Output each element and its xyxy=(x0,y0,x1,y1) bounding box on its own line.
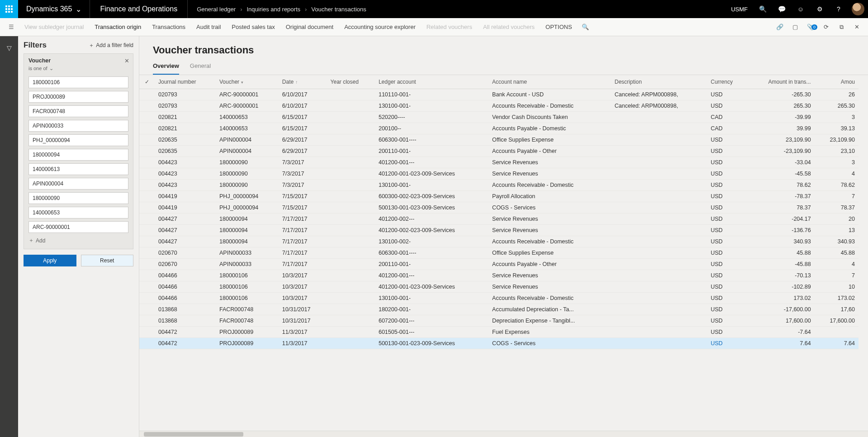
col-voucher[interactable]: Voucher xyxy=(216,75,279,89)
select-all-header[interactable]: ✓ xyxy=(139,75,155,89)
col-date[interactable]: Date xyxy=(279,75,327,89)
svg-rect-5 xyxy=(11,8,13,10)
options-button[interactable]: OPTIONS xyxy=(540,18,578,36)
svg-rect-7 xyxy=(8,11,10,13)
filter-voucher: Voucher is one of⌄ ✕ ＋ Add xyxy=(24,53,133,249)
all-related-vouchers-button[interactable]: All related vouchers xyxy=(478,18,540,36)
scrollbar-thumb[interactable] xyxy=(144,432,243,437)
transactions-button[interactable]: Transactions xyxy=(147,18,191,36)
table-row[interactable]: 0044271800000947/17/2017130100-002-Accou… xyxy=(139,236,859,247)
audit-trail-button[interactable]: Audit trail xyxy=(191,18,226,36)
table-row[interactable]: 020635APIN0000046/29/2017200110-001-Acco… xyxy=(139,146,859,157)
col-account-name[interactable]: Account name xyxy=(489,75,611,89)
topbar-right: USMF 🔍 💬 ☺ ⚙ ? xyxy=(726,0,868,18)
table-row[interactable]: 0044271800000947/17/2017401200-002-023-0… xyxy=(139,225,859,236)
posted-sales-tax-button[interactable]: Posted sales tax xyxy=(226,18,280,36)
gear-icon[interactable]: ⚙ xyxy=(810,0,829,18)
related-vouchers-button[interactable]: Related vouchers xyxy=(421,18,478,36)
filter-icon[interactable]: ▽ xyxy=(7,44,12,52)
filter-values xyxy=(28,76,128,233)
table-row[interactable]: 00446618000010610/3/2017130100-001-Accou… xyxy=(139,293,859,304)
filter-operator[interactable]: is one of⌄ xyxy=(28,66,53,71)
filters-panel: Filters ＋ Add a filter field Voucher is … xyxy=(18,36,139,437)
reset-button[interactable]: Reset xyxy=(81,255,134,266)
refresh-icon[interactable]: ⟳ xyxy=(818,24,834,30)
tab-general[interactable]: General xyxy=(190,59,211,75)
close-icon[interactable]: ✕ xyxy=(849,24,864,30)
remove-filter-icon[interactable]: ✕ xyxy=(124,57,129,64)
svg-rect-3 xyxy=(5,8,7,10)
table-row[interactable]: 020670APIN0000337/17/2017606300-001----O… xyxy=(139,247,859,259)
breadcrumb-item[interactable]: Voucher transactions xyxy=(311,6,366,13)
tab-overview[interactable]: Overview xyxy=(153,59,179,75)
filter-value-input[interactable] xyxy=(28,91,128,103)
table-row[interactable]: 004419PHJ_000000947/15/2017600300-002-02… xyxy=(139,191,859,202)
table-row[interactable]: 0044231800000907/3/2017401200-001-023-00… xyxy=(139,168,859,180)
table-row[interactable]: 0044231800000907/3/2017401200-001---Serv… xyxy=(139,157,859,168)
filter-value-input[interactable] xyxy=(28,76,128,88)
filter-value-input[interactable] xyxy=(28,134,128,146)
chevron-right-icon: › xyxy=(305,6,307,13)
table-row[interactable]: 013868FACR00074810/31/2017180200-001-Acc… xyxy=(139,304,859,315)
col-ledger[interactable]: Ledger account xyxy=(375,75,489,89)
table-row[interactable]: 020670APIN0000337/17/2017200110-001-Acco… xyxy=(139,259,859,270)
filter-value-input[interactable] xyxy=(28,120,128,132)
apply-button[interactable]: Apply xyxy=(24,255,76,266)
page-title: Voucher transactions xyxy=(139,36,868,59)
link-icon[interactable]: 🔗 xyxy=(772,24,787,30)
col-year-closed[interactable]: Year closed xyxy=(327,75,375,89)
breadcrumb-item[interactable]: General ledger xyxy=(197,6,236,13)
add-filter-value-button[interactable]: ＋ Add xyxy=(28,237,45,244)
search-icon[interactable]: 🔍 xyxy=(753,0,772,18)
col-currency[interactable]: Currency xyxy=(707,75,747,89)
filter-value-input[interactable] xyxy=(28,149,128,161)
table-row[interactable]: 020793ARC-900000016/10/2017130100-001-Ac… xyxy=(139,100,859,112)
company-code[interactable]: USMF xyxy=(726,6,753,13)
table-row[interactable]: 004419PHJ_000000947/15/2017500130-001-02… xyxy=(139,202,859,214)
svg-rect-6 xyxy=(5,11,7,13)
app-launcher-icon[interactable] xyxy=(0,0,18,18)
avatar[interactable] xyxy=(852,3,864,15)
filter-value-input[interactable] xyxy=(28,105,128,117)
filter-value-input[interactable] xyxy=(28,192,128,204)
col-description[interactable]: Description xyxy=(611,75,707,89)
table-row[interactable]: 004472PROJ00008911/3/2017500130-001-023-… xyxy=(139,338,859,349)
filter-value-input[interactable] xyxy=(28,163,128,175)
attachments-icon[interactable]: 📎0 xyxy=(803,24,818,30)
help-icon[interactable]: ? xyxy=(829,0,848,18)
filter-field-name: Voucher xyxy=(28,57,128,64)
table-row[interactable]: 004472PROJ00008911/3/2017601505-001---Fu… xyxy=(139,327,859,338)
popout-icon[interactable]: ⧉ xyxy=(834,24,849,31)
col-amount[interactable]: Amou xyxy=(815,75,859,89)
transaction-origin-button[interactable]: Transaction origin xyxy=(89,18,147,36)
table-row[interactable]: 0044271800000947/17/2017401200-002---Ser… xyxy=(139,214,859,225)
module-label: Finance and Operations xyxy=(90,0,188,18)
filter-value-input[interactable] xyxy=(28,207,128,218)
filter-value-input[interactable] xyxy=(28,178,128,190)
add-filter-field-button[interactable]: ＋ Add a filter field xyxy=(89,42,133,49)
accounting-source-button[interactable]: Accounting source explorer xyxy=(339,18,421,36)
svg-rect-0 xyxy=(5,5,7,7)
table-row[interactable]: 020793ARC-900000016/10/2017110110-001-Ba… xyxy=(139,89,859,100)
table-row[interactable]: 020635APIN0000046/29/2017606300-001----O… xyxy=(139,134,859,146)
filter-value-input[interactable] xyxy=(28,221,128,233)
table-row[interactable]: 00446618000010610/3/2017401200-001---Ser… xyxy=(139,270,859,281)
smile-icon[interactable]: ☺ xyxy=(791,0,810,18)
col-journal[interactable]: Journal number xyxy=(155,75,216,89)
chat-icon[interactable]: 💬 xyxy=(772,0,791,18)
table-row[interactable]: 0044231800000907/3/2017130100-001-Accoun… xyxy=(139,180,859,191)
attach-badge: 0 xyxy=(811,24,817,30)
table-row[interactable]: 0208211400006536/15/2017200100--Accounts… xyxy=(139,123,859,134)
col-amount-trans[interactable]: Amount in trans... xyxy=(747,75,815,89)
office-icon[interactable]: ▢ xyxy=(787,24,803,30)
menu-icon[interactable]: ☰ xyxy=(4,24,19,30)
brand-dropdown[interactable]: Dynamics 365 ⌄ xyxy=(18,0,90,18)
find-icon[interactable]: 🔍 xyxy=(578,24,593,30)
breadcrumb-item[interactable]: Inquiries and reports xyxy=(247,6,301,13)
table-row[interactable]: 013868FACR00074810/31/2017607200-001---D… xyxy=(139,315,859,327)
view-subledger-button[interactable]: View subledger journal xyxy=(19,18,89,36)
horizontal-scrollbar[interactable] xyxy=(139,431,868,437)
table-row[interactable]: 00446618000010610/3/2017401200-001-023-0… xyxy=(139,281,859,293)
original-document-button[interactable]: Original document xyxy=(280,18,339,36)
table-row[interactable]: 0208211400006536/15/2017520200----Vendor… xyxy=(139,112,859,123)
